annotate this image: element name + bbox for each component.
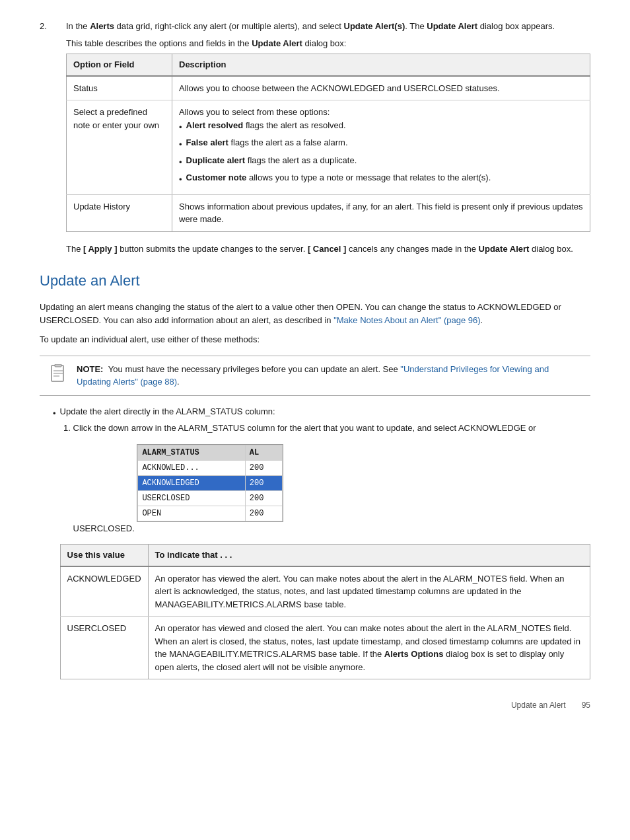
bullet-alert-resolved: • Alert resolved flags the alert as reso…: [179, 119, 583, 134]
bullet-customer-note: • Customer note allows you to type a not…: [179, 171, 583, 186]
footer-label: Update an Alert: [511, 699, 566, 711]
options-col1-header: Option or Field: [67, 54, 172, 76]
table-row: ACKNOWLEDGED An operator has viewed the …: [60, 566, 590, 617]
dropdown-row-acknowled: ACKNOWLED... 200: [138, 460, 283, 475]
table-row: Select a predefined note or enter your o…: [67, 100, 590, 195]
dropdown-acknowledged-val: 200: [245, 475, 283, 490]
values-table: Use this value To indicate that . . . AC…: [60, 544, 590, 679]
make-notes-link[interactable]: "Make Notes About an Alert" (page 96): [333, 315, 480, 325]
bullet-false-alert: • False alert flags the alert as a false…: [179, 136, 583, 151]
option-update-history-desc: Shows information about previous updates…: [172, 194, 590, 231]
alarm-status-dropdown-screenshot: ALARM_STATUS AL ACKNOWLED... 200 ACKNOWL…: [137, 444, 283, 522]
section-intro-2: To update an individual alert, use eithe…: [40, 333, 590, 346]
options-col2-header: Description: [172, 54, 590, 76]
note-box: NOTE: You must have the necessary privil…: [40, 356, 590, 396]
step-2-text: In the Alerts data grid, right-click any…: [66, 20, 590, 33]
footer-page-number: 95: [582, 699, 590, 711]
value-userclosed-label: USERCLOSED: [60, 617, 148, 679]
value-acknowledged-label: ACKNOWLEDGED: [60, 566, 148, 617]
sub-step-1: Click the down arrow in the ALARM_STATUS…: [73, 422, 590, 535]
dropdown-table: ALARM_STATUS AL ACKNOWLED... 200 ACKNOWL…: [137, 445, 283, 521]
dropdown-col1-header: ALARM_STATUS: [138, 445, 245, 460]
main-bullet-section: • Update the alert directly in the ALARM…: [53, 405, 590, 680]
dropdown-userclosed-val: 200: [245, 490, 283, 506]
table-intro-text: This table describes the options and fie…: [66, 37, 590, 50]
dropdown-acknowled-label: ACKNOWLED...: [138, 460, 245, 475]
option-update-history-label: Update History: [67, 194, 172, 231]
dropdown-row-acknowledged-selected: ACKNOWLEDGED 200: [138, 475, 283, 490]
dropdown-acknowledged-label: ACKNOWLEDGED: [138, 475, 245, 490]
step-2-block: 2. In the Alerts data grid, right-click …: [40, 20, 590, 255]
apply-cancel-note: The [ Apply ] button submits the update …: [66, 243, 590, 256]
table-row: Status Allows you to choose between the …: [67, 76, 590, 100]
dropdown-open-val: 200: [245, 506, 283, 521]
table-row: Update History Shows information about p…: [67, 194, 590, 231]
option-select-note-desc: Allows you to select from these options:…: [172, 100, 590, 195]
table-row: USERCLOSED An operator has viewed and cl…: [60, 617, 590, 679]
option-status-label: Status: [67, 76, 172, 100]
values-col1-header: Use this value: [60, 545, 148, 566]
dropdown-header-row: ALARM_STATUS AL: [138, 445, 283, 460]
values-col2-header: To indicate that . . .: [148, 545, 590, 566]
dropdown-row-open: OPEN 200: [138, 506, 283, 521]
main-bullet-item: • Update the alert directly in the ALARM…: [53, 405, 590, 680]
step-2-content: In the Alerts data grid, right-click any…: [66, 20, 590, 255]
option-status-desc: Allows you to choose between the ACKNOWL…: [172, 76, 590, 100]
step-number-2: 2.: [40, 20, 66, 33]
sub-steps-list: Click the down arrow in the ALARM_STATUS…: [73, 422, 590, 535]
dropdown-acknowled-val: 200: [245, 460, 283, 475]
section-heading: Update an Alert: [40, 267, 590, 291]
dropdown-row-userclosed: USERCLOSED 200: [138, 490, 283, 506]
section-intro-1: Updating an alert means changing the sta…: [40, 301, 590, 326]
main-bullet-content: Update the alert directly in the ALARM_S…: [60, 405, 590, 680]
dropdown-open-label: OPEN: [138, 506, 245, 521]
bullet-duplicate-alert: • Duplicate alert flags the alert as a d…: [179, 154, 583, 169]
svg-rect-1: [55, 364, 61, 367]
value-acknowledged-desc: An operator has viewed the alert. You ca…: [148, 566, 590, 617]
option-select-note-label: Select a predefined note or enter your o…: [67, 100, 172, 195]
note-text: NOTE: You must have the necessary privil…: [77, 363, 581, 389]
privileges-link[interactable]: "Understand Privileges for Viewing and U…: [77, 364, 549, 387]
dropdown-userclosed-label: USERCLOSED: [138, 490, 245, 506]
dropdown-col2-header: AL: [245, 445, 283, 460]
page-footer: Update an Alert 95: [40, 699, 590, 711]
note-icon: [49, 364, 67, 389]
value-userclosed-desc: An operator has viewed and closed the al…: [148, 617, 590, 679]
options-table: Option or Field Description Status Allow…: [66, 54, 590, 232]
